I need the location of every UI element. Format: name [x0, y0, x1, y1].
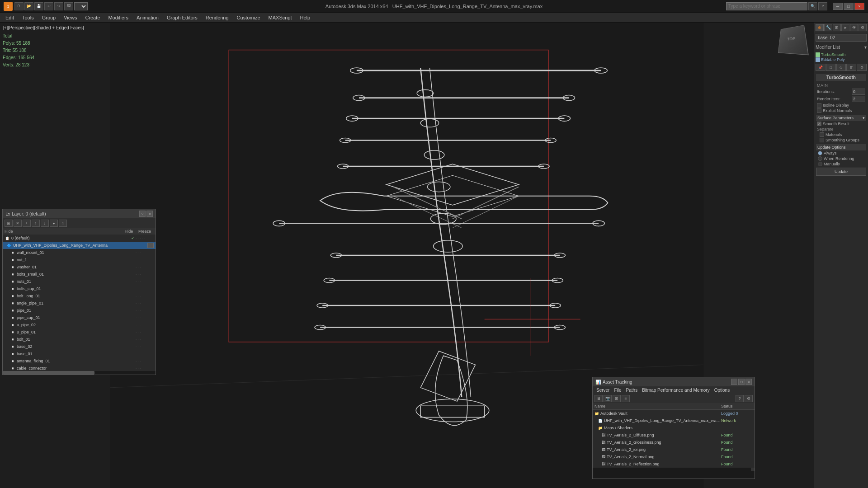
layers-tb-icon3[interactable]: +: [23, 220, 31, 227]
asset-row-diffuse[interactable]: 🖼 TV_Aerials_2_Diffuse.png Found: [593, 432, 755, 439]
smoothing-groups-checkbox[interactable]: [820, 138, 824, 142]
asset-row-reflection[interactable]: 🖼 TV_Aerials_2_Reflection.png Found: [593, 460, 755, 468]
asset-minimize-btn[interactable]: ─: [731, 379, 737, 385]
stack-configure-btn[interactable]: ⚙: [857, 64, 867, 71]
asset-close-btn[interactable]: ×: [745, 379, 752, 385]
motion-tab[interactable]: ▸: [841, 24, 849, 31]
update-button[interactable]: Update: [816, 168, 866, 176]
always-radio[interactable]: [818, 151, 822, 155]
layers-tb-icon7[interactable]: ◾: [59, 220, 67, 227]
stack-pin-btn[interactable]: 📌: [816, 64, 826, 71]
viewport-nav-cube[interactable]: TOP: [778, 25, 805, 52]
hierarchy-tab[interactable]: ⊞: [833, 24, 841, 31]
surface-params-header[interactable]: Surface Parameters ▾: [816, 115, 866, 121]
asset-tb-help[interactable]: ?: [736, 395, 744, 402]
nav-cube[interactable]: TOP: [778, 25, 809, 55]
asset-tb-btn3[interactable]: ⊞: [613, 395, 621, 402]
layer-row-pipe01[interactable]: ◽ pipe_01 · · ·: [3, 307, 156, 314]
layers-close-btn[interactable]: ×: [146, 211, 153, 217]
layers-scrollbar[interactable]: [3, 371, 156, 375]
when-rendering-row[interactable]: When Rendering: [816, 156, 866, 161]
asset-menu-bitmap-perf[interactable]: Bitmap Performance and Memory: [640, 387, 712, 393]
manually-row[interactable]: Manually: [816, 161, 866, 167]
modifier-entry-turbosmooth[interactable]: TurboSmooth: [816, 52, 867, 57]
layer-row-u-pipe01[interactable]: ◽ u_pipe_01 · · ·: [3, 328, 156, 336]
asset-row-max-file[interactable]: 📄 UHF_with_VHF_Dipoles_Long_Range_TV_Ant…: [593, 417, 755, 424]
layer-row-wall[interactable]: ◽ wall_mount_01 · · ·: [3, 249, 156, 256]
materials-row[interactable]: Materials: [816, 132, 866, 137]
viewport[interactable]: [+][Perspective][Shaded + Edged Faces] T…: [0, 23, 814, 488]
menu-animation[interactable]: Animation: [133, 13, 162, 23]
asset-row-ior[interactable]: 🖼 TV_Aerials_2_ior.png Found: [593, 446, 755, 453]
render-iters-input[interactable]: [852, 96, 865, 102]
menu-tools[interactable]: Tools: [19, 13, 38, 23]
layer-row-0[interactable]: 📋 0 (default) ✓ · · · · ·: [3, 235, 156, 242]
layer-row-bolts-cap[interactable]: ◽ bolts_cap_01 · · ·: [3, 285, 156, 292]
object-name-input[interactable]: [816, 34, 867, 42]
layer-row-base01[interactable]: ◽ base_01 · · ·: [3, 350, 156, 357]
asset-restore-btn[interactable]: □: [738, 379, 745, 385]
manually-radio[interactable]: [818, 162, 822, 166]
asset-menu-server[interactable]: Server: [594, 387, 611, 393]
when-rendering-radio[interactable]: [818, 156, 822, 161]
restore-btn[interactable]: □: [844, 3, 854, 10]
layer-row-1[interactable]: 🔷 UHF_with_VHF_Dipoles_Long_Range_TV_Ant…: [3, 242, 156, 249]
utilities-tab[interactable]: ⚙: [859, 24, 867, 31]
asset-tb-settings[interactable]: ⚙: [745, 395, 753, 402]
modify-tab[interactable]: 🔧: [824, 24, 832, 31]
asset-tb-btn2[interactable]: 📷: [604, 395, 612, 402]
layer-row-washer[interactable]: ◽ washer_01 · · ·: [3, 263, 156, 271]
help-btn[interactable]: ?: [818, 2, 827, 10]
explicit-normals-row[interactable]: Explicit Normals: [816, 108, 866, 113]
layers-question-btn[interactable]: ?: [139, 211, 146, 217]
layer-row-nut1[interactable]: ◽ nut_1 · · ·: [3, 256, 156, 263]
smoothing-groups-row[interactable]: Smoothing Groups: [816, 137, 866, 143]
menu-create[interactable]: Create: [81, 13, 104, 23]
always-row[interactable]: Always: [816, 150, 866, 156]
asset-scrollbar-v[interactable]: [751, 468, 755, 471]
isoline-display-row[interactable]: Isoline Display: [816, 103, 866, 108]
minimize-btn[interactable]: ─: [833, 3, 843, 10]
display-tab[interactable]: 👁: [850, 24, 858, 31]
asset-row-vault[interactable]: 📁 Autodesk Vault Logged 0: [593, 410, 755, 417]
explicit-normals-checkbox[interactable]: [817, 108, 821, 113]
undo-btn[interactable]: ↩: [44, 2, 53, 10]
menu-customize[interactable]: Customize: [233, 13, 264, 23]
layer-row-cable-conn[interactable]: ◽ cable_connector · · ·: [3, 365, 156, 370]
layers-tb-icon2[interactable]: ✕: [14, 220, 22, 227]
layers-scrollbar-thumb[interactable]: [3, 371, 94, 375]
iterations-input[interactable]: [852, 89, 865, 95]
menu-group[interactable]: Group: [38, 13, 60, 23]
asset-tb-btn1[interactable]: 🖥: [594, 395, 603, 402]
stack-remove-btn[interactable]: 🗑: [846, 64, 856, 71]
close-btn[interactable]: ×: [854, 3, 864, 10]
layer-row-base02[interactable]: ◽ base_02 · · ·: [3, 343, 156, 350]
update-options-header[interactable]: Update Options: [816, 144, 866, 150]
layer-row-nuts01[interactable]: ◽ nuts_01 · · ·: [3, 278, 156, 285]
menu-edit[interactable]: Edit: [2, 13, 18, 23]
smooth-result-row[interactable]: ✓ Smooth Result: [816, 121, 866, 127]
layer-row-antenna-fixing[interactable]: ◽ antenna_fixing_01 · · ·: [3, 357, 156, 365]
layers-tb-icon1[interactable]: ⊞: [5, 220, 13, 227]
asset-menu-options[interactable]: Options: [712, 387, 731, 393]
asset-scrollbar-h[interactable]: [593, 468, 751, 471]
create-tab[interactable]: ⊕: [816, 24, 824, 31]
layers-tb-icon5[interactable]: ↓: [41, 220, 49, 227]
menu-graph-editors[interactable]: Graph Editors: [163, 13, 201, 23]
search-input[interactable]: [726, 2, 807, 10]
layers-tb-icon4[interactable]: ↑: [32, 220, 40, 227]
layer-row-pipe-cap[interactable]: ◽ pipe_cap_01 · · ·: [3, 314, 156, 321]
layer-row-bolt-long[interactable]: ◽ bolt_long_01 · · ·: [3, 292, 156, 300]
workspace-select[interactable]: [74, 2, 88, 10]
menu-views[interactable]: Views: [60, 13, 80, 23]
menu-maxscript[interactable]: MAXScript: [265, 13, 296, 23]
asset-tb-btn4[interactable]: ≡: [622, 395, 630, 402]
isoline-checkbox[interactable]: [817, 103, 821, 108]
redo-btn[interactable]: ↪: [54, 2, 63, 10]
asset-row-glossiness[interactable]: 🖼 TV_Aerials_2_Glossiness.png Found: [593, 439, 755, 446]
layer-row-bolts-small[interactable]: ◽ bolts_small_01 · · ·: [3, 271, 156, 278]
modifier-entry-editable-poly[interactable]: Editable Poly: [816, 57, 867, 62]
layer-row-angle-pipe[interactable]: ◽ angle_pipe_01 · · ·: [3, 300, 156, 307]
menu-rendering[interactable]: Rendering: [202, 13, 232, 23]
render-btn[interactable]: 🖼: [64, 2, 73, 10]
